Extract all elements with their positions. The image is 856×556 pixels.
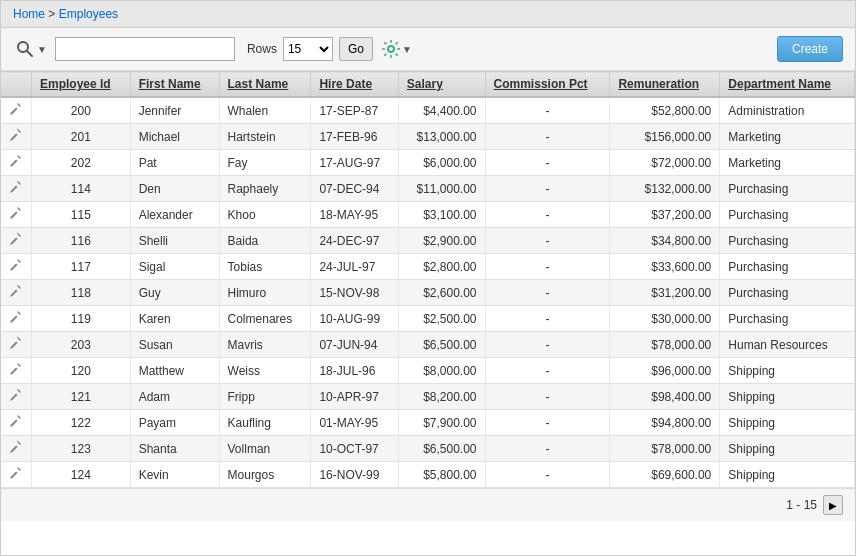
table-cell: - xyxy=(485,306,610,332)
edit-row-button[interactable] xyxy=(9,362,23,379)
col-header-employee-id[interactable]: Employee Id xyxy=(32,72,131,98)
settings-button[interactable]: ▼ xyxy=(379,37,414,61)
table-cell: Human Resources xyxy=(720,332,855,358)
svg-line-10 xyxy=(384,54,386,56)
svg-marker-42 xyxy=(17,363,21,367)
table-cell: Mavris xyxy=(219,332,311,358)
table-cell: $31,200.00 xyxy=(610,280,720,306)
table-row: 115AlexanderKhoo18-MAY-95$3,100.00-$37,2… xyxy=(1,202,855,228)
table-cell: Himuro xyxy=(219,280,311,306)
pagination-next-button[interactable]: ▶ xyxy=(823,495,843,515)
svg-rect-41 xyxy=(10,367,17,374)
table-row: 203SusanMavris07-JUN-94$6,500.00-$78,000… xyxy=(1,332,855,358)
table-cell: $8,000.00 xyxy=(398,358,485,384)
table-cell: $4,400.00 xyxy=(398,97,485,124)
table-cell: Marketing xyxy=(720,124,855,150)
table-cell: $94,800.00 xyxy=(610,410,720,436)
table-cell: - xyxy=(485,436,610,462)
edit-row-button[interactable] xyxy=(9,180,23,197)
table-cell: - xyxy=(485,228,610,254)
table-row: 119KarenColmenares10-AUG-99$2,500.00-$30… xyxy=(1,306,855,332)
table-cell: Baida xyxy=(219,228,311,254)
edit-icon xyxy=(9,336,23,350)
col-header-department-name[interactable]: Department Name xyxy=(720,72,855,98)
table-header-row: Employee Id First Name Last Name Hire Da… xyxy=(1,72,855,98)
table-cell: Shelli xyxy=(130,228,219,254)
table-row: 124KevinMourgos16-NOV-99$5,800.00-$69,60… xyxy=(1,462,855,488)
table-cell: Shipping xyxy=(720,358,855,384)
edit-row-button[interactable] xyxy=(9,232,23,249)
table-cell: 118 xyxy=(32,280,131,306)
col-header-salary[interactable]: Salary xyxy=(398,72,485,98)
table-cell: 117 xyxy=(32,254,131,280)
rows-select[interactable]: 5 10 15 20 25 50 xyxy=(283,37,333,61)
search-button[interactable]: ▼ xyxy=(13,37,49,61)
table-cell: Michael xyxy=(130,124,219,150)
table-cell: 124 xyxy=(32,462,131,488)
edit-icon xyxy=(9,388,23,402)
col-header-remuneration[interactable]: Remuneration xyxy=(610,72,720,98)
col-header-first-name[interactable]: First Name xyxy=(130,72,219,98)
table-cell: $2,600.00 xyxy=(398,280,485,306)
svg-marker-12 xyxy=(17,103,21,107)
table-row: 123ShantaVollman10-OCT-97$6,500.00-$78,0… xyxy=(1,436,855,462)
table-cell: 17-FEB-96 xyxy=(311,124,398,150)
table-cell: 203 xyxy=(32,332,131,358)
table-cell: 200 xyxy=(32,97,131,124)
create-button[interactable]: Create xyxy=(777,36,843,62)
edit-cell xyxy=(1,462,32,488)
table-cell: 15-NOV-98 xyxy=(311,280,398,306)
edit-row-button[interactable] xyxy=(9,310,23,327)
edit-row-button[interactable] xyxy=(9,336,23,353)
table-cell: Shanta xyxy=(130,436,219,462)
edit-cell xyxy=(1,410,32,436)
table-cell: - xyxy=(485,176,610,202)
svg-marker-21 xyxy=(17,181,21,185)
edit-row-button[interactable] xyxy=(9,258,23,275)
table-cell: $13,000.00 xyxy=(398,124,485,150)
edit-cell xyxy=(1,384,32,410)
table-cell: $37,200.00 xyxy=(610,202,720,228)
edit-icon xyxy=(9,180,23,194)
table-cell: $132,000.00 xyxy=(610,176,720,202)
edit-row-button[interactable] xyxy=(9,466,23,483)
table-cell: $2,900.00 xyxy=(398,228,485,254)
table-cell: $2,800.00 xyxy=(398,254,485,280)
table-cell: Tobias xyxy=(219,254,311,280)
edit-row-button[interactable] xyxy=(9,206,23,223)
table-cell: $96,000.00 xyxy=(610,358,720,384)
edit-row-button[interactable] xyxy=(9,284,23,301)
employees-table: Employee Id First Name Last Name Hire Da… xyxy=(1,71,855,488)
col-header-last-name[interactable]: Last Name xyxy=(219,72,311,98)
table-cell: Purchasing xyxy=(720,254,855,280)
table-cell: Whalen xyxy=(219,97,311,124)
table-cell: 115 xyxy=(32,202,131,228)
edit-row-button[interactable] xyxy=(9,154,23,171)
table-cell: $7,900.00 xyxy=(398,410,485,436)
edit-row-button[interactable] xyxy=(9,388,23,405)
search-input[interactable] xyxy=(55,37,235,61)
table-row: 121AdamFripp10-APR-97$8,200.00-$98,400.0… xyxy=(1,384,855,410)
col-header-commission-pct[interactable]: Commission Pct xyxy=(485,72,610,98)
go-button[interactable]: Go xyxy=(339,37,373,61)
breadcrumb-home-link[interactable]: Home xyxy=(13,7,45,21)
edit-row-button[interactable] xyxy=(9,414,23,431)
table-cell: 10-AUG-99 xyxy=(311,306,398,332)
table-cell: Khoo xyxy=(219,202,311,228)
edit-row-button[interactable] xyxy=(9,128,23,145)
table-cell: - xyxy=(485,332,610,358)
table-cell: Purchasing xyxy=(720,202,855,228)
table-cell: $52,800.00 xyxy=(610,97,720,124)
svg-rect-14 xyxy=(10,133,17,140)
table-row: 118GuyHimuro15-NOV-98$2,600.00-$31,200.0… xyxy=(1,280,855,306)
col-header-hire-date[interactable]: Hire Date xyxy=(311,72,398,98)
edit-cell xyxy=(1,202,32,228)
breadcrumb-current-link[interactable]: Employees xyxy=(59,7,118,21)
table-cell: $2,500.00 xyxy=(398,306,485,332)
pagination-bar: 1 - 15 ▶ xyxy=(1,488,855,521)
toolbar: ▼ Rows 5 10 15 20 25 50 Go xyxy=(1,28,855,71)
table-cell: 24-DEC-97 xyxy=(311,228,398,254)
edit-row-button[interactable] xyxy=(9,102,23,119)
edit-row-button[interactable] xyxy=(9,440,23,457)
table-cell: 116 xyxy=(32,228,131,254)
